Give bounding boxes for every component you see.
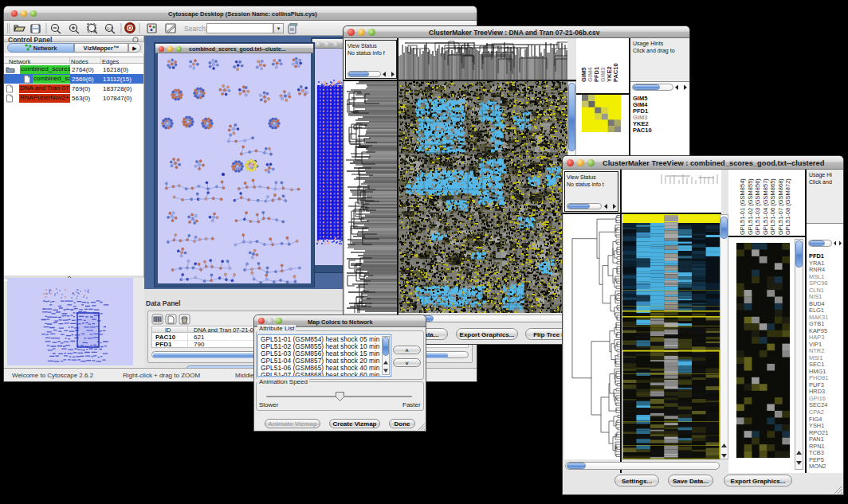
svg-text:1:1: 1:1 <box>107 26 112 31</box>
